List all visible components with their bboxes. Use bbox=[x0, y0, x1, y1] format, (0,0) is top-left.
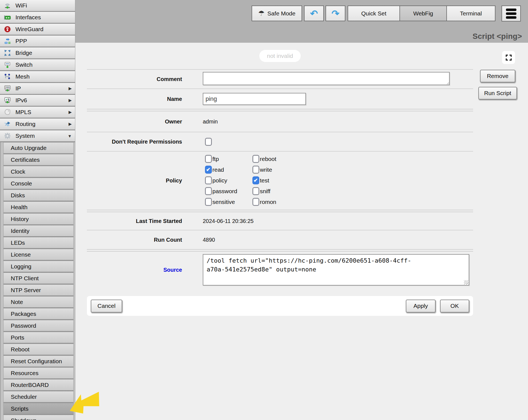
checkbox-sniff[interactable] bbox=[252, 187, 259, 195]
sidebar-item-wifi[interactable]: WiFi bbox=[0, 0, 75, 12]
mesh-icon bbox=[3, 73, 12, 80]
sidebar-item-interfaces[interactable]: Interfaces bbox=[0, 12, 75, 24]
umbrella-icon: ☂ bbox=[258, 9, 265, 18]
sidebar-item-resources[interactable]: Resources bbox=[3, 367, 74, 379]
bridge-icon bbox=[3, 49, 12, 56]
sidebar-item-routerboard[interactable]: RouterBOARD bbox=[3, 379, 74, 391]
safe-mode-button[interactable]: ☂ Safe Mode bbox=[252, 6, 302, 21]
sidebar-item-identity[interactable]: Identity bbox=[3, 225, 74, 237]
sidebar-item-system[interactable]: System ▼ bbox=[0, 130, 75, 142]
sidebar-item-ntp-server[interactable]: NTP Server bbox=[3, 284, 74, 296]
sidebar-item-switch[interactable]: Switch bbox=[0, 59, 75, 71]
sidebar-item-leds[interactable]: LEDs bbox=[3, 237, 74, 249]
tab-webfig[interactable]: WebFig bbox=[399, 6, 447, 21]
comment-field[interactable] bbox=[203, 72, 450, 85]
last-time-started-row: Last Time Started 2024-06-11 20:36:25 bbox=[87, 212, 473, 230]
sidebar-item-label: Mesh bbox=[15, 73, 30, 80]
status-badge-row: not invalid bbox=[87, 43, 473, 69]
chevron-down-icon: ▼ bbox=[68, 134, 72, 138]
run-count-label: Run Count bbox=[87, 237, 203, 243]
safe-mode-label: Safe Mode bbox=[267, 10, 295, 17]
policy-item: ftp bbox=[205, 155, 252, 163]
sidebar-item-scripts[interactable]: Scripts bbox=[3, 403, 74, 415]
sidebar-item-ipv6[interactable]: 6 IPv6 ▶ bbox=[0, 95, 75, 107]
routing-icon bbox=[3, 120, 12, 128]
policy-item-label: test bbox=[260, 177, 269, 184]
redo-button[interactable]: ↷ bbox=[326, 6, 345, 21]
policy-item: policy bbox=[205, 176, 252, 184]
sidebar-item-password[interactable]: Password bbox=[3, 320, 74, 332]
owner-value: admin bbox=[203, 119, 473, 125]
sidebar-item-reset-configuration[interactable]: Reset Configuration bbox=[3, 356, 74, 367]
sidebar-item-label: PPP bbox=[15, 38, 27, 44]
policy-item-label: write bbox=[260, 166, 272, 173]
dont-require-permissions-label: Don't Require Permissions bbox=[87, 139, 203, 145]
policy-grid: ftp reboot read write policy test passwo… bbox=[203, 152, 473, 210]
divider bbox=[87, 109, 473, 111]
sidebar-item-label: IP bbox=[15, 85, 21, 92]
tab-terminal[interactable]: Terminal bbox=[446, 6, 495, 21]
remove-button[interactable]: Remove bbox=[480, 70, 515, 82]
name-field[interactable] bbox=[203, 93, 306, 105]
fullscreen-icon[interactable] bbox=[502, 51, 515, 64]
checkbox-ftp[interactable] bbox=[205, 155, 212, 163]
checkbox-test[interactable] bbox=[252, 176, 259, 184]
chevron-right-icon: ▶ bbox=[68, 110, 72, 115]
sidebar-item-auto-upgrade[interactable]: Auto Upgrade bbox=[3, 142, 74, 154]
policy-item-label: sniff bbox=[260, 188, 270, 195]
source-row: Source /tool fetch url="https://hc-ping.… bbox=[87, 252, 473, 289]
checkbox-policy[interactable] bbox=[205, 176, 212, 184]
chevron-right-icon: ▶ bbox=[68, 98, 72, 103]
sidebar-item-ntp-client[interactable]: NTP Client bbox=[3, 273, 74, 284]
sidebar-item-ppp[interactable]: PPP bbox=[0, 36, 75, 47]
divider bbox=[87, 249, 473, 252]
sidebar-item-logging[interactable]: Logging bbox=[3, 261, 74, 273]
switch-icon bbox=[3, 61, 12, 68]
apply-button[interactable]: Apply bbox=[406, 300, 436, 313]
sidebar-item-clock[interactable]: Clock bbox=[3, 166, 74, 178]
dont-require-permissions-checkbox[interactable] bbox=[205, 138, 212, 146]
sidebar-item-mpls[interactable]: MPLS ▶ bbox=[0, 107, 75, 119]
sidebar-item-health[interactable]: Health bbox=[3, 201, 74, 213]
comment-label: Comment bbox=[87, 76, 203, 82]
checkbox-password[interactable] bbox=[205, 187, 212, 195]
sidebar-item-ip[interactable]: 255 IP ▶ bbox=[0, 83, 75, 95]
sidebar-item-ports[interactable]: Ports bbox=[3, 332, 74, 344]
checkbox-reboot[interactable] bbox=[252, 155, 259, 163]
header: ☂ Safe Mode ↶ ↷ Quick Set WebFig Termina… bbox=[75, 0, 528, 43]
sidebar-item-license[interactable]: License bbox=[3, 249, 74, 261]
hamburger-menu-button[interactable] bbox=[502, 6, 521, 21]
tab-quick-set[interactable]: Quick Set bbox=[348, 6, 400, 21]
sidebar-item-mesh[interactable]: Mesh bbox=[0, 71, 75, 83]
checkbox-read[interactable] bbox=[205, 166, 212, 174]
sidebar-item-disks[interactable]: Disks bbox=[3, 190, 74, 201]
ok-button[interactable]: OK bbox=[440, 300, 469, 313]
name-row: Name bbox=[87, 88, 473, 109]
sidebar-item-note[interactable]: Note bbox=[3, 296, 74, 308]
undo-button[interactable]: ↶ bbox=[304, 6, 324, 21]
sidebar-item-reboot[interactable]: Reboot bbox=[3, 344, 74, 356]
resize-handle[interactable] bbox=[464, 280, 468, 284]
cancel-button[interactable]: Cancel bbox=[91, 300, 122, 313]
sidebar-item-packages[interactable]: Packages bbox=[3, 308, 74, 320]
checkbox-romon[interactable] bbox=[252, 198, 259, 206]
checkbox-write[interactable] bbox=[252, 166, 259, 174]
sidebar-item-history[interactable]: History bbox=[3, 213, 74, 225]
run-script-button[interactable]: Run Script bbox=[478, 87, 517, 99]
sidebar-item-console[interactable]: Console bbox=[3, 178, 74, 190]
ip-icon: 255 bbox=[3, 85, 12, 92]
sidebar-item-certificates[interactable]: Certificates bbox=[3, 154, 74, 166]
sidebar-item-shutdown[interactable]: Shutdown bbox=[3, 415, 74, 420]
gear-icon bbox=[3, 132, 12, 139]
sidebar: WiFi Interfaces WireGuard PPP Bridge Swi… bbox=[0, 0, 75, 420]
source-field[interactable]: /tool fetch url="https://hc-ping.com/620… bbox=[203, 254, 469, 286]
policy-item-label: reboot bbox=[260, 156, 276, 162]
policy-item-label: sensitive bbox=[212, 199, 235, 205]
checkbox-sensitive[interactable] bbox=[205, 198, 212, 206]
sidebar-item-routing[interactable]: Routing ▶ bbox=[0, 119, 75, 130]
sidebar-item-label: System bbox=[15, 133, 35, 139]
sidebar-item-bridge[interactable]: Bridge bbox=[0, 47, 75, 59]
system-submenu: Auto Upgrade Certificates Clock Console … bbox=[0, 142, 75, 420]
sidebar-item-scheduler[interactable]: Scheduler bbox=[3, 391, 74, 403]
sidebar-item-wireguard[interactable]: WireGuard bbox=[0, 24, 75, 36]
